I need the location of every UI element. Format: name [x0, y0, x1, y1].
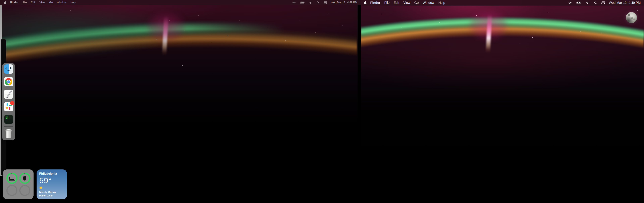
menu-item-view[interactable]: View	[38, 1, 47, 4]
menu-bar-time: 4:49 PM	[347, 1, 357, 4]
menu-item-file[interactable]: File	[20, 1, 29, 4]
menu-item-window[interactable]: Window	[55, 1, 68, 4]
terminal-icon: $	[6, 116, 8, 120]
menu-bar-clock[interactable]: Wed Mar 12 4:49 PM	[331, 1, 357, 4]
control-center-icon[interactable]	[599, 1, 607, 4]
menu-item-edit[interactable]: Edit	[392, 1, 401, 5]
running-indicator-slack	[1, 106, 2, 107]
menu-item-file[interactable]: File	[382, 1, 392, 5]
menu-item-view[interactable]: View	[401, 1, 412, 5]
menu-item-finder[interactable]: Finder	[368, 1, 382, 5]
display-left: Finder File Edit View Go Window Help Wed…	[0, 0, 361, 203]
menu-bar-right: Finder File Edit View Go Window Help Wed…	[361, 0, 644, 6]
laptop-icon	[10, 177, 14, 180]
display-brightness-icon[interactable]	[290, 1, 298, 4]
trash-icon	[5, 130, 12, 138]
spotlight-search-icon[interactable]	[592, 1, 599, 4]
wallpaper-aurora-right	[361, 0, 644, 203]
sun-icon	[39, 186, 42, 190]
dock-app-chrome[interactable]	[4, 77, 13, 86]
menu-item-help[interactable]: Help	[436, 1, 447, 5]
apple-menu[interactable]	[364, 1, 368, 4]
dock: • $	[2, 63, 15, 140]
dock-divider	[4, 126, 13, 127]
dock-trash[interactable]	[4, 129, 13, 138]
battery-ring-laptop	[6, 173, 18, 184]
weather-condition: Mostly Sunny	[39, 190, 64, 194]
menu-bar-date: Wed Mar 12	[609, 1, 627, 5]
battery-charging-icon[interactable]	[298, 2, 307, 4]
desktop: Finder File Edit View Go Window Help Wed…	[0, 0, 644, 203]
menu-bar-status: Wed Mar 12 4:49 PM	[566, 1, 641, 5]
chrome-icon	[5, 78, 12, 86]
menu-item-window[interactable]: Window	[421, 1, 436, 5]
dock-app-notes[interactable]	[4, 90, 13, 99]
menu-item-finder[interactable]: Finder	[8, 1, 20, 4]
running-indicator-finder	[1, 68, 2, 69]
menu-bar-date: Wed Mar 12	[331, 1, 346, 4]
menu-item-go[interactable]: Go	[412, 1, 421, 5]
slack-notification-badge: •	[10, 101, 14, 105]
menu-item-edit[interactable]: Edit	[29, 1, 38, 4]
apple-menu[interactable]	[4, 1, 8, 4]
weather-high-low: H:59° L:42°	[39, 194, 64, 197]
spotlight-search-icon[interactable]	[314, 1, 322, 4]
menu-bar-status: Wed Mar 12 4:49 PM	[290, 1, 357, 4]
battery-charging-icon[interactable]	[574, 2, 584, 4]
weather-city: Philadelphia	[39, 172, 64, 176]
horizon-fade	[361, 0, 644, 203]
display-brightness-icon[interactable]	[566, 1, 574, 5]
running-indicator-notes	[1, 94, 2, 94]
menu-bar-left: Finder File Edit View Go Window Help Wed…	[0, 0, 361, 5]
menu-item-go[interactable]: Go	[47, 1, 55, 4]
slack-icon	[6, 103, 8, 106]
control-center-icon[interactable]	[322, 1, 329, 4]
mouse-icon	[23, 176, 26, 180]
running-indicator-terminal	[1, 119, 2, 120]
terminal-cursor	[8, 116, 8, 119]
running-indicator-chrome	[1, 81, 2, 82]
display-right: Finder File Edit View Go Window Help Wed…	[361, 0, 644, 203]
dock-app-terminal[interactable]: $	[4, 115, 13, 124]
dock-app-slack[interactable]: •	[4, 102, 13, 112]
weather-widget[interactable]: Philadelphia 59° Mostly Sunny H:59° L:42…	[36, 170, 67, 199]
battery-ring-empty	[6, 185, 18, 196]
dock-app-finder[interactable]	[4, 64, 13, 74]
menu-bar-time: 4:49 PM	[628, 1, 641, 5]
menu-bar-menus: Finder File Edit View Go Window Help	[4, 1, 78, 4]
wifi-icon[interactable]	[307, 1, 314, 4]
battery-widget[interactable]	[3, 170, 34, 199]
battery-ring-empty	[19, 185, 30, 196]
menu-bar-clock[interactable]: Wed Mar 12 4:49 PM	[609, 1, 641, 5]
weather-temperature: 59°	[39, 176, 64, 185]
wifi-icon[interactable]	[584, 1, 592, 4]
battery-ring-mouse	[19, 173, 30, 184]
menu-item-help[interactable]: Help	[68, 1, 78, 4]
menu-bar-menus: Finder File Edit View Go Window Help	[364, 1, 447, 5]
